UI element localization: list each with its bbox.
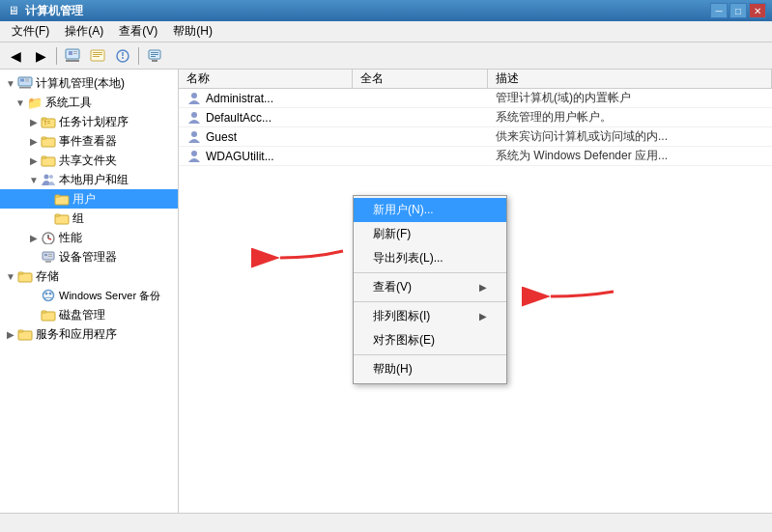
window-controls[interactable]: ─ □ ✕ xyxy=(710,3,766,18)
table-row[interactable]: Administrat... 管理计算机(域)的内置帐户 xyxy=(179,89,772,108)
ctx-label-arrange: 排列图标(I) xyxy=(373,308,430,324)
svg-rect-52 xyxy=(42,311,46,313)
user-icon-1 xyxy=(186,110,202,126)
svg-rect-14 xyxy=(151,54,158,55)
user-fullname-0 xyxy=(353,89,488,107)
tree-item-windows-backup[interactable]: Windows Server 备份 xyxy=(0,286,178,305)
submenu-arrow-view: ▶ xyxy=(479,282,487,293)
tree-item-system-tools[interactable]: ▼ 📁 系统工具 xyxy=(0,93,178,112)
toolbar-btn-3[interactable] xyxy=(111,45,134,67)
maximize-button[interactable]: □ xyxy=(729,3,747,18)
ctx-item-refresh[interactable]: 刷新(F) xyxy=(354,222,506,246)
back-button[interactable]: ◀ xyxy=(4,45,27,67)
user-desc-2: 供来宾访问计算机或访问域的内... xyxy=(488,127,772,146)
tree-item-storage[interactable]: ▼ 存储 xyxy=(0,266,178,286)
tree-item-local-users[interactable]: ▼ 本地用户和组 xyxy=(0,170,178,189)
group-icon-users xyxy=(54,191,70,207)
ctx-label-new-user: 新用户(N)... xyxy=(373,202,434,218)
menu-file[interactable]: 文件(F) xyxy=(4,21,57,42)
svg-rect-2 xyxy=(73,51,77,52)
ctx-item-help[interactable]: 帮助(H) xyxy=(354,357,506,381)
ctx-label-export: 导出列表(L)... xyxy=(373,250,443,266)
svg-rect-13 xyxy=(151,52,158,53)
tree-item-services[interactable]: ▶ 服务和应用程序 xyxy=(0,324,178,344)
ctx-label-view: 查看(V) xyxy=(373,279,412,295)
ctx-label-align: 对齐图标(E) xyxy=(373,332,435,349)
user-name-1: DefaultAcc... xyxy=(179,108,353,126)
tree-item-disk-management[interactable]: 磁盘管理 xyxy=(0,305,178,324)
folder-icon-system-tools: 📁 xyxy=(27,95,43,110)
ctx-item-align[interactable]: 对齐图标(E) xyxy=(354,328,506,352)
computer-icon xyxy=(17,75,33,91)
minimize-button[interactable]: ─ xyxy=(710,3,728,18)
svg-point-58 xyxy=(191,151,197,156)
svg-rect-54 xyxy=(18,330,23,332)
user-icon-3 xyxy=(186,149,202,164)
tree-label-device: 设备管理器 xyxy=(59,249,117,266)
tree-item-root[interactable]: ▼ 计算机管理(本地) xyxy=(0,73,178,93)
svg-point-49 xyxy=(45,293,48,295)
toolbar-btn-2[interactable] xyxy=(86,45,109,67)
window-title: 计算机管理 xyxy=(25,3,710,19)
toolbar-btn-4[interactable] xyxy=(143,45,166,67)
table-header: 名称 全名 描述 xyxy=(179,70,772,89)
svg-rect-26 xyxy=(47,123,50,124)
user-name-2: Guest xyxy=(179,127,353,146)
svg-rect-5 xyxy=(91,50,104,61)
svg-rect-45 xyxy=(45,261,51,263)
ctx-separator-1 xyxy=(354,272,506,273)
svg-point-48 xyxy=(43,291,54,301)
menu-help[interactable]: 帮助(H) xyxy=(165,21,220,42)
tree-item-event-viewer[interactable]: ▶ 事件查看器 xyxy=(0,131,178,151)
tree-item-performance[interactable]: ▶ 性能 xyxy=(0,228,178,247)
svg-point-33 xyxy=(49,175,53,179)
tree-label-services: 服务和应用程序 xyxy=(36,326,117,343)
folder-icon-task xyxy=(41,114,56,129)
svg-rect-29 xyxy=(42,137,46,139)
ctx-item-export[interactable]: 导出列表(L)... xyxy=(354,246,506,270)
table-row[interactable]: WDAGUtilit... 系统为 Windows Defender 应用... xyxy=(179,147,772,166)
svg-rect-8 xyxy=(93,56,100,57)
svg-line-40 xyxy=(48,238,51,239)
table-row[interactable]: Guest 供来宾访问计算机或访问域的内... xyxy=(179,127,772,147)
expander-task: ▶ xyxy=(27,117,41,127)
svg-rect-42 xyxy=(44,254,47,256)
perf-icon xyxy=(41,230,56,245)
expander-shared: ▶ xyxy=(27,155,41,166)
tree-label-backup: Windows Server 备份 xyxy=(59,289,160,303)
user-fullname-3 xyxy=(353,147,488,165)
svg-rect-24 xyxy=(44,121,46,123)
toolbar-btn-1[interactable] xyxy=(61,45,84,67)
table-row[interactable]: DefaultAcc... 系统管理的用户帐户。 xyxy=(179,108,772,127)
svg-point-56 xyxy=(191,112,197,118)
svg-rect-43 xyxy=(48,254,52,255)
expander-root: ▼ xyxy=(4,78,17,89)
tree-item-task-scheduler[interactable]: ▶ 任务计划程序 xyxy=(0,112,178,131)
menu-action[interactable]: 操作(A) xyxy=(57,21,111,42)
svg-rect-6 xyxy=(93,52,102,53)
ctx-item-new-user[interactable]: 新用户(N)... xyxy=(354,198,506,222)
tree-item-shared-folders[interactable]: ▶ 共享文件夹 xyxy=(0,151,178,170)
tree-label-root: 计算机管理(本地) xyxy=(36,75,125,92)
ctx-item-arrange[interactable]: 排列图标(I) ▶ xyxy=(354,304,506,328)
toolbar: ◀ ▶ xyxy=(0,42,772,70)
close-button[interactable]: ✕ xyxy=(749,3,766,18)
menu-view[interactable]: 查看(V) xyxy=(111,21,165,42)
svg-rect-27 xyxy=(44,124,46,125)
col-fullname: 全名 xyxy=(353,70,488,88)
tree-item-device-manager[interactable]: 设备管理器 xyxy=(0,247,178,266)
forward-button[interactable]: ▶ xyxy=(29,45,52,67)
svg-rect-23 xyxy=(42,118,46,120)
tree-label-performance: 性能 xyxy=(59,230,82,246)
tree-item-users[interactable]: 用户 xyxy=(0,189,178,209)
svg-point-50 xyxy=(49,293,52,295)
services-icon xyxy=(17,326,33,342)
submenu-arrow-arrange: ▶ xyxy=(479,311,487,322)
tree-item-groups[interactable]: 组 xyxy=(0,209,178,228)
ctx-item-view[interactable]: 查看(V) ▶ xyxy=(354,275,506,299)
svg-rect-21 xyxy=(19,87,31,89)
storage-icon xyxy=(17,268,33,284)
expander-perf: ▶ xyxy=(27,233,41,243)
svg-rect-3 xyxy=(73,53,77,54)
user-icon-2 xyxy=(186,129,202,145)
